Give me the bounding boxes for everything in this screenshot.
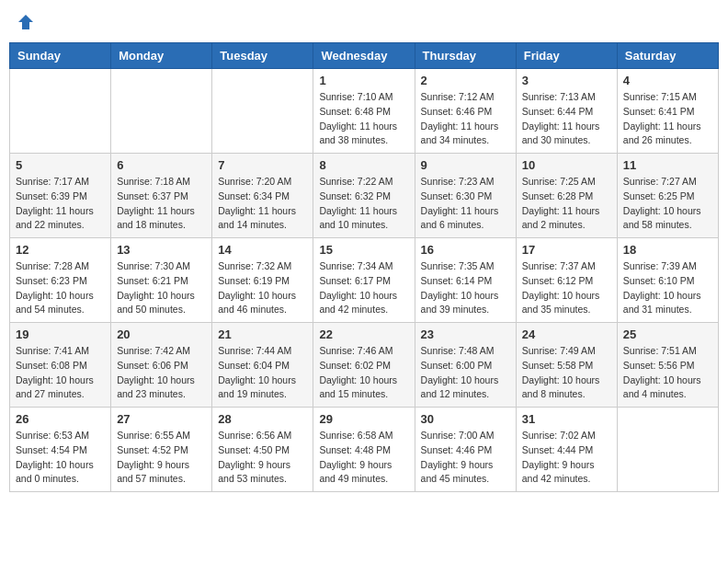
calendar-header-row: SundayMondayTuesdayWednesdayThursdayFrid… — [10, 43, 719, 69]
calendar-cell: 18Sunrise: 7:39 AMSunset: 6:10 PMDayligh… — [617, 238, 718, 323]
day-number: 4 — [623, 74, 712, 87]
day-info: Sunrise: 7:18 AMSunset: 6:37 PMDaylight:… — [117, 175, 206, 233]
day-info: Sunrise: 6:53 AMSunset: 4:54 PMDaylight:… — [16, 429, 105, 487]
day-info: Sunrise: 7:00 AMSunset: 4:46 PMDaylight:… — [421, 429, 510, 487]
day-number: 3 — [522, 74, 611, 87]
day-info: Sunrise: 7:27 AMSunset: 6:25 PMDaylight:… — [623, 175, 712, 233]
calendar-week-row: 5Sunrise: 7:17 AMSunset: 6:39 PMDaylight… — [10, 154, 719, 238]
calendar-cell: 20Sunrise: 7:42 AMSunset: 6:06 PMDayligh… — [111, 323, 212, 408]
day-info: Sunrise: 7:23 AMSunset: 6:30 PMDaylight:… — [421, 175, 510, 233]
day-number: 23 — [421, 327, 510, 341]
calendar-cell: 28Sunrise: 6:56 AMSunset: 4:50 PMDayligh… — [212, 408, 313, 492]
day-info: Sunrise: 7:51 AMSunset: 5:56 PMDaylight:… — [623, 344, 712, 402]
calendar-cell: 6Sunrise: 7:18 AMSunset: 6:37 PMDaylight… — [111, 154, 212, 238]
calendar-cell: 10Sunrise: 7:25 AMSunset: 6:28 PMDayligh… — [516, 154, 617, 238]
day-info: Sunrise: 6:58 AMSunset: 4:48 PMDaylight:… — [319, 429, 408, 487]
day-number: 10 — [522, 158, 611, 172]
calendar-cell: 14Sunrise: 7:32 AMSunset: 6:19 PMDayligh… — [212, 238, 313, 323]
day-number: 6 — [117, 158, 206, 172]
day-number: 19 — [16, 327, 105, 341]
calendar-week-row: 1Sunrise: 7:10 AMSunset: 6:48 PMDaylight… — [10, 69, 719, 154]
day-number: 18 — [623, 243, 712, 257]
day-number: 27 — [117, 412, 206, 426]
day-number: 14 — [218, 243, 307, 257]
svg-marker-0 — [18, 15, 33, 29]
day-info: Sunrise: 7:46 AMSunset: 6:02 PMDaylight:… — [319, 344, 408, 402]
day-info: Sunrise: 7:17 AMSunset: 6:39 PMDaylight:… — [16, 175, 105, 233]
calendar-cell: 30Sunrise: 7:00 AMSunset: 4:46 PMDayligh… — [415, 408, 516, 492]
logo — [15, 13, 35, 31]
day-info: Sunrise: 7:28 AMSunset: 6:23 PMDaylight:… — [16, 259, 105, 317]
day-number: 28 — [218, 412, 307, 426]
day-number: 31 — [522, 412, 611, 426]
day-number: 5 — [16, 158, 105, 172]
calendar-table: SundayMondayTuesdayWednesdayThursdayFrid… — [9, 42, 719, 492]
calendar-cell: 26Sunrise: 6:53 AMSunset: 4:54 PMDayligh… — [10, 408, 111, 492]
calendar-cell: 5Sunrise: 7:17 AMSunset: 6:39 PMDaylight… — [10, 154, 111, 238]
calendar-cell: 24Sunrise: 7:49 AMSunset: 5:58 PMDayligh… — [516, 323, 617, 408]
calendar-cell: 2Sunrise: 7:12 AMSunset: 6:46 PMDaylight… — [415, 69, 516, 154]
calendar-cell: 12Sunrise: 7:28 AMSunset: 6:23 PMDayligh… — [10, 238, 111, 323]
calendar-cell: 21Sunrise: 7:44 AMSunset: 6:04 PMDayligh… — [212, 323, 313, 408]
calendar-cell: 7Sunrise: 7:20 AMSunset: 6:34 PMDaylight… — [212, 154, 313, 238]
day-number: 25 — [623, 327, 712, 341]
day-number: 16 — [421, 243, 510, 257]
day-info: Sunrise: 7:35 AMSunset: 6:14 PMDaylight:… — [421, 259, 510, 317]
day-info: Sunrise: 7:02 AMSunset: 4:44 PMDaylight:… — [522, 429, 611, 487]
calendar-day-header: Sunday — [10, 43, 111, 69]
calendar-cell — [10, 69, 111, 154]
day-number: 24 — [522, 327, 611, 341]
calendar-cell: 15Sunrise: 7:34 AMSunset: 6:17 PMDayligh… — [313, 238, 415, 323]
calendar-cell — [111, 69, 212, 154]
day-number: 29 — [319, 412, 408, 426]
calendar-cell: 4Sunrise: 7:15 AMSunset: 6:41 PMDaylight… — [617, 69, 718, 154]
calendar-cell: 16Sunrise: 7:35 AMSunset: 6:14 PMDayligh… — [415, 238, 516, 323]
day-info: Sunrise: 7:25 AMSunset: 6:28 PMDaylight:… — [522, 175, 611, 233]
day-info: Sunrise: 7:41 AMSunset: 6:08 PMDaylight:… — [16, 344, 105, 402]
calendar-week-row: 12Sunrise: 7:28 AMSunset: 6:23 PMDayligh… — [10, 238, 719, 323]
day-info: Sunrise: 7:42 AMSunset: 6:06 PMDaylight:… — [117, 344, 206, 402]
calendar-week-row: 19Sunrise: 7:41 AMSunset: 6:08 PMDayligh… — [10, 323, 719, 408]
day-info: Sunrise: 7:49 AMSunset: 5:58 PMDaylight:… — [522, 344, 611, 402]
calendar-cell: 3Sunrise: 7:13 AMSunset: 6:44 PMDaylight… — [516, 69, 617, 154]
calendar-day-header: Thursday — [415, 43, 516, 69]
day-info: Sunrise: 7:13 AMSunset: 6:44 PMDaylight:… — [522, 90, 611, 148]
page-header — [9, 9, 719, 35]
day-info: Sunrise: 7:39 AMSunset: 6:10 PMDaylight:… — [623, 259, 712, 317]
calendar-cell: 8Sunrise: 7:22 AMSunset: 6:32 PMDaylight… — [313, 154, 415, 238]
calendar-day-header: Wednesday — [313, 43, 415, 69]
day-number: 8 — [319, 158, 408, 172]
day-info: Sunrise: 7:20 AMSunset: 6:34 PMDaylight:… — [218, 175, 307, 233]
calendar-week-row: 26Sunrise: 6:53 AMSunset: 4:54 PMDayligh… — [10, 408, 719, 492]
day-number: 1 — [319, 74, 408, 87]
calendar-cell: 25Sunrise: 7:51 AMSunset: 5:56 PMDayligh… — [617, 323, 718, 408]
calendar-cell: 11Sunrise: 7:27 AMSunset: 6:25 PMDayligh… — [617, 154, 718, 238]
calendar-cell — [212, 69, 313, 154]
day-info: Sunrise: 7:48 AMSunset: 6:00 PMDaylight:… — [421, 344, 510, 402]
calendar-cell: 13Sunrise: 7:30 AMSunset: 6:21 PMDayligh… — [111, 238, 212, 323]
calendar-cell: 9Sunrise: 7:23 AMSunset: 6:30 PMDaylight… — [415, 154, 516, 238]
day-info: Sunrise: 6:56 AMSunset: 4:50 PMDaylight:… — [218, 429, 307, 487]
day-number: 26 — [16, 412, 105, 426]
day-info: Sunrise: 7:15 AMSunset: 6:41 PMDaylight:… — [623, 90, 712, 148]
calendar-day-header: Monday — [111, 43, 212, 69]
calendar-cell: 19Sunrise: 7:41 AMSunset: 6:08 PMDayligh… — [10, 323, 111, 408]
calendar-day-header: Friday — [516, 43, 617, 69]
calendar-cell: 17Sunrise: 7:37 AMSunset: 6:12 PMDayligh… — [516, 238, 617, 323]
day-number: 30 — [421, 412, 510, 426]
day-info: Sunrise: 6:55 AMSunset: 4:52 PMDaylight:… — [117, 429, 206, 487]
day-info: Sunrise: 7:30 AMSunset: 6:21 PMDaylight:… — [117, 259, 206, 317]
day-info: Sunrise: 7:34 AMSunset: 6:17 PMDaylight:… — [319, 259, 408, 317]
calendar-cell: 31Sunrise: 7:02 AMSunset: 4:44 PMDayligh… — [516, 408, 617, 492]
calendar-cell: 29Sunrise: 6:58 AMSunset: 4:48 PMDayligh… — [313, 408, 415, 492]
day-number: 21 — [218, 327, 307, 341]
logo-icon — [17, 13, 35, 31]
day-number: 13 — [117, 243, 206, 257]
calendar-cell — [617, 408, 718, 492]
calendar-cell: 27Sunrise: 6:55 AMSunset: 4:52 PMDayligh… — [111, 408, 212, 492]
calendar-cell: 1Sunrise: 7:10 AMSunset: 6:48 PMDaylight… — [313, 69, 415, 154]
day-number: 2 — [421, 74, 510, 87]
day-number: 7 — [218, 158, 307, 172]
day-info: Sunrise: 7:37 AMSunset: 6:12 PMDaylight:… — [522, 259, 611, 317]
calendar-cell: 23Sunrise: 7:48 AMSunset: 6:00 PMDayligh… — [415, 323, 516, 408]
